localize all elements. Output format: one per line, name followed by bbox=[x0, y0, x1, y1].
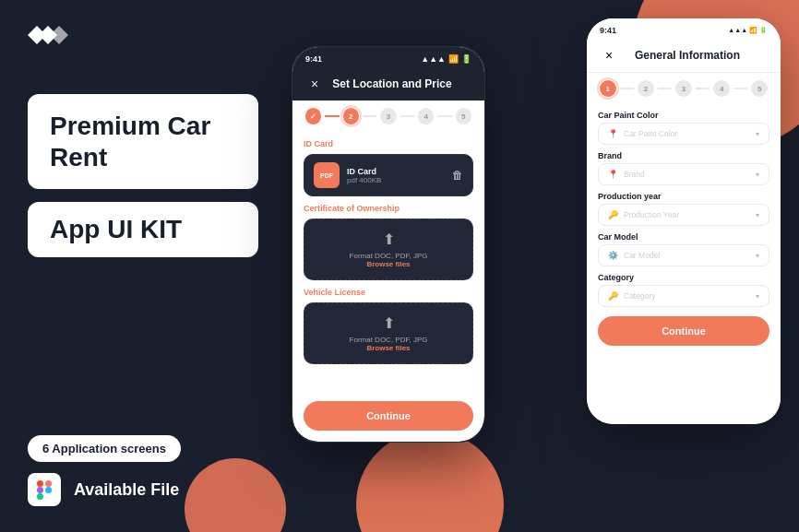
svg-rect-5 bbox=[37, 487, 43, 493]
front-step-2: 2 bbox=[638, 80, 654, 97]
front-step-line-1 bbox=[620, 88, 635, 89]
upload-area-vehicle[interactable]: ⬆ Format DOC, PDF, JPG Browse files bbox=[304, 302, 473, 364]
field-placeholder-2: Production Year bbox=[624, 210, 750, 219]
chevron-2: ▾ bbox=[756, 211, 759, 219]
front-step-4: 4 bbox=[713, 80, 730, 97]
phone-front-time: 9:41 bbox=[600, 26, 616, 35]
left-panel: Premium Car Rent App UI KIT 6 Applicatio… bbox=[0, 0, 286, 532]
back-step-5: 5 bbox=[456, 108, 471, 124]
figma-row: Available File bbox=[28, 473, 258, 506]
back-step-line-4 bbox=[437, 115, 451, 117]
phone-front-screen: 9:41 ▲▲▲ 📶 🔋 × General Information 1 2 3 bbox=[587, 18, 781, 424]
upload-area-certificate[interactable]: ⬆ Format DOC, PDF, JPG Browse files bbox=[304, 219, 473, 280]
field-label-0: Car Paint Color bbox=[598, 111, 769, 120]
field-car-model[interactable]: ⚙️ Car Model ▾ bbox=[598, 244, 769, 266]
front-step-line-4 bbox=[733, 88, 748, 89]
field-paint-color[interactable]: 📍 Car Paint Color ▾ bbox=[598, 123, 769, 145]
phone-back-time: 9:41 bbox=[305, 54, 322, 64]
browse-link-1[interactable]: Browse files bbox=[312, 260, 465, 268]
phone-front-header: × General Information bbox=[587, 39, 781, 73]
back-step-1: ✓ bbox=[305, 108, 321, 124]
field-label-3: Car Model bbox=[598, 232, 769, 242]
screens-badge: 6 Application screens bbox=[28, 435, 181, 462]
upload-icon-2: ⬆ bbox=[312, 314, 465, 332]
phones-area: 9:41 ▲▲▲ 📶 🔋 × Set Location and Price ✓ … bbox=[264, 0, 799, 532]
back-step-line-3 bbox=[400, 115, 414, 117]
back-step-3: 3 bbox=[380, 108, 396, 124]
back-step-line-2 bbox=[363, 115, 376, 117]
main-title: Premium Car Rent bbox=[50, 111, 236, 172]
phone-back-screen: 9:41 ▲▲▲ 📶 🔋 × Set Location and Price ✓ … bbox=[292, 47, 484, 442]
svg-rect-6 bbox=[37, 493, 43, 500]
back-content: ID Card PDF ID Card pdf 400KB 🗑 Certific… bbox=[292, 132, 484, 394]
field-label-1: Brand bbox=[598, 151, 769, 160]
field-icon-0: 📍 bbox=[608, 129, 618, 138]
browse-link-2[interactable]: Browse files bbox=[312, 344, 465, 352]
delete-icon[interactable]: 🗑 bbox=[452, 169, 463, 182]
logo bbox=[28, 26, 258, 66]
svg-rect-4 bbox=[45, 480, 52, 487]
front-continue-btn[interactable]: Continue bbox=[598, 316, 769, 346]
front-step-3: 3 bbox=[675, 80, 692, 97]
front-step-line-2 bbox=[658, 88, 673, 89]
status-icons: ▲▲▲ 📶 🔋 bbox=[421, 54, 471, 64]
front-step-line-3 bbox=[696, 88, 710, 89]
phone-back-header: × Set Location and Price bbox=[292, 67, 484, 100]
field-production-year[interactable]: 🔑 Production Year ▾ bbox=[598, 204, 769, 226]
sub-title: App UI KIT bbox=[50, 215, 236, 244]
front-status-icons: ▲▲▲ 📶 🔋 bbox=[728, 27, 768, 34]
id-card-file: PDF ID Card pdf 400KB 🗑 bbox=[304, 154, 473, 196]
field-category[interactable]: 🔑 Category ▾ bbox=[598, 285, 769, 307]
field-icon-4: 🔑 bbox=[608, 291, 618, 301]
title-box: Premium Car Rent bbox=[28, 94, 258, 189]
pdf-icon: PDF bbox=[314, 162, 340, 188]
form-section: Car Paint Color 📍 Car Paint Color ▾ Bran… bbox=[587, 104, 781, 307]
svg-rect-3 bbox=[37, 480, 43, 487]
chevron-4: ▾ bbox=[756, 292, 759, 301]
upload-icon-1: ⬆ bbox=[312, 231, 465, 248]
phone-back-status-bar: 9:41 ▲▲▲ 📶 🔋 bbox=[292, 47, 484, 67]
field-placeholder-3: Car Model bbox=[624, 251, 750, 260]
certificate-label: Certificate of Ownership bbox=[304, 204, 473, 213]
file-size: pdf 400KB bbox=[347, 176, 445, 184]
vehicle-label: Vehicle License bbox=[304, 288, 473, 297]
chevron-0: ▾ bbox=[756, 130, 759, 138]
file-name: ID Card bbox=[347, 167, 445, 176]
back-step-2: 2 bbox=[343, 108, 359, 124]
field-placeholder-1: Brand bbox=[624, 170, 750, 179]
front-header-title: General Information bbox=[626, 49, 749, 62]
upload-text-2: Format DOC, PDF, JPG bbox=[312, 336, 465, 344]
field-icon-2: 🔑 bbox=[608, 210, 618, 219]
front-step-1: 1 bbox=[600, 80, 616, 97]
field-icon-3: ⚙️ bbox=[608, 251, 618, 260]
upload-text-1: Format DOC, PDF, JPG bbox=[312, 252, 465, 260]
phone-front: 9:41 ▲▲▲ 📶 🔋 × General Information 1 2 3 bbox=[587, 18, 781, 424]
svg-marker-2 bbox=[50, 26, 68, 44]
phone-back: 9:41 ▲▲▲ 📶 🔋 × Set Location and Price ✓ … bbox=[292, 46, 485, 443]
back-step-line-1 bbox=[325, 115, 339, 117]
figma-icon bbox=[28, 473, 61, 506]
chevron-1: ▾ bbox=[756, 171, 759, 179]
back-stepper: ✓ 2 3 4 5 bbox=[292, 100, 484, 132]
phone-front-status-bar: 9:41 ▲▲▲ 📶 🔋 bbox=[587, 18, 781, 39]
front-stepper: 1 2 3 4 5 bbox=[587, 73, 781, 104]
front-close-btn[interactable]: × bbox=[600, 46, 618, 65]
front-step-5: 5 bbox=[751, 80, 768, 97]
chevron-3: ▾ bbox=[756, 252, 759, 260]
svg-point-7 bbox=[45, 487, 52, 493]
file-info: ID Card pdf 400KB bbox=[347, 167, 445, 184]
back-close-btn[interactable]: × bbox=[305, 75, 324, 93]
back-continue-btn[interactable]: Continue bbox=[304, 401, 473, 431]
subtitle-box: App UI KIT bbox=[28, 202, 258, 257]
back-step-4: 4 bbox=[418, 108, 434, 124]
available-label: Available File bbox=[74, 480, 179, 500]
back-header-title: Set Location and Price bbox=[331, 77, 453, 90]
badge-row: 6 Application screens bbox=[28, 435, 258, 462]
field-placeholder-0: Car Paint Color bbox=[624, 129, 750, 138]
field-placeholder-4: Category bbox=[624, 291, 750, 301]
id-card-label: ID Card bbox=[304, 139, 473, 148]
field-label-4: Category bbox=[598, 273, 769, 282]
field-label-2: Production year bbox=[598, 192, 769, 201]
field-icon-1: 📍 bbox=[608, 170, 618, 179]
field-brand[interactable]: 📍 Brand ▾ bbox=[598, 163, 769, 185]
